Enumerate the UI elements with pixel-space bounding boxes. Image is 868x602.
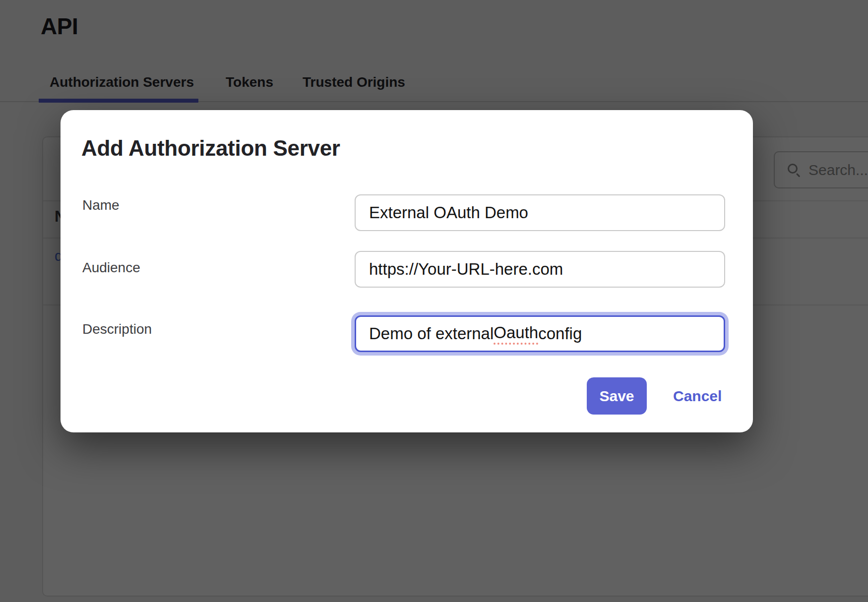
dialog-title: Add Authorization Server bbox=[81, 136, 340, 161]
description-input[interactable]: Demo of external Oauth config bbox=[355, 315, 725, 352]
audience-input[interactable]: https://Your-URL-here.com bbox=[355, 251, 725, 288]
audience-label: Audience bbox=[82, 260, 140, 276]
description-misspelled-word: Oauth bbox=[494, 323, 538, 345]
name-input-value: External OAuth Demo bbox=[369, 203, 528, 222]
name-input[interactable]: External OAuth Demo bbox=[355, 194, 725, 231]
cancel-button[interactable]: Cancel bbox=[668, 377, 727, 415]
add-authorization-server-dialog: Add Authorization Server Name External O… bbox=[61, 110, 753, 432]
description-label: Description bbox=[82, 321, 152, 337]
save-button[interactable]: Save bbox=[587, 377, 647, 415]
description-input-value-before: Demo of external bbox=[369, 324, 494, 343]
name-label: Name bbox=[82, 197, 120, 213]
description-input-value-after: config bbox=[538, 324, 582, 343]
audience-input-value: https://Your-URL-here.com bbox=[369, 260, 563, 279]
